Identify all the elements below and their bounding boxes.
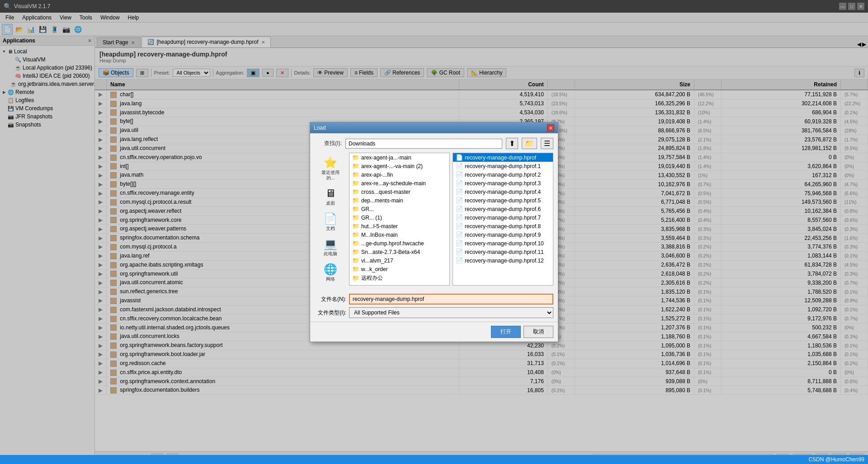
recent-icon: ⭐ <box>324 156 337 169</box>
folder-name: dep...ments-main <box>361 197 403 204</box>
file-name: recovery-manage-dump.hprof.6 <box>465 206 541 212</box>
folder-item[interactable]: 📁arex-agent-...-va-main (2) <box>349 162 449 170</box>
file-item[interactable]: 📄recovery-manage-dump.hprof.7 <box>453 213 553 222</box>
file-icon: 📄 <box>456 248 463 255</box>
file-item[interactable]: 📄recovery-manage-dump.hprof.6 <box>453 205 553 213</box>
file-name: recovery-manage-dump.hprof.12 <box>465 258 544 264</box>
quick-access-computer[interactable]: 💻 此电脑 <box>317 236 344 258</box>
file-item[interactable]: 📄recovery-manage-dump.hprof <box>453 153 553 162</box>
docs-icon: 📄 <box>324 212 337 225</box>
folder-item[interactable]: 📁w...k_order <box>349 265 449 273</box>
file-browser: ⭐ 最近使用的... 🖥 桌面 📄 文档 💻 此电脑 <box>315 153 553 286</box>
folder-name: ...ge-dump.hprof.hwcache <box>361 240 424 247</box>
status-bar: CSDN @HumoChen99 <box>0 455 868 464</box>
quick-access-docs[interactable]: 📄 文档 <box>317 211 344 233</box>
file-item[interactable]: 📄recovery-manage-dump.hprof.9 <box>453 230 553 239</box>
folder-name: GR... (1) <box>361 215 382 221</box>
folder-icon: 📁 <box>352 163 359 169</box>
folder-icon: 📁 <box>352 188 359 195</box>
file-item[interactable]: 📄recovery-manage-dump.hprof.10 <box>453 239 553 248</box>
file-item[interactable]: 📄recovery-manage-dump.hprof.5 <box>453 196 553 205</box>
file-name: recovery-manage-dump.hprof.9 <box>465 232 541 238</box>
folder-icon: 📁 <box>352 240 359 247</box>
file-item[interactable]: 📄recovery-manage-dump.hprof.12 <box>453 256 553 265</box>
file-icon: 📄 <box>456 163 463 169</box>
filetype-label: 文件类型(I): <box>315 309 346 317</box>
folder-item[interactable]: 📁cross...quest-master <box>349 187 449 196</box>
file-name: recovery-manage-dump.hprof.8 <box>465 223 541 230</box>
quick-access-recent[interactable]: ⭐ 最近使用的... <box>317 155 344 183</box>
open-button[interactable]: 打开 <box>491 326 521 338</box>
file-item[interactable]: 📄recovery-manage-dump.hprof.8 <box>453 222 553 230</box>
watermark: CSDN @HumoChen99 <box>808 456 864 463</box>
filename-input[interactable] <box>349 294 553 305</box>
folder-item[interactable]: 📁...ge-dump.hprof.hwcache <box>349 239 449 248</box>
quick-access-panel: ⭐ 最近使用的... 🖥 桌面 📄 文档 💻 此电脑 <box>315 153 346 286</box>
file-icon: 📄 <box>456 171 463 178</box>
folder-item[interactable]: 📁arex-api-...fin <box>349 170 449 179</box>
folder-item[interactable]: 📁dep...ments-main <box>349 196 449 205</box>
dialog-content: 查找(I): ⬆ 📁 ☰ ⭐ 最近使用的... 🖥 桌面 <box>310 133 558 290</box>
folder-item[interactable]: 📁GR... <box>349 205 449 213</box>
file-item[interactable]: 📄recovery-manage-dump.hprof.2 <box>453 170 553 179</box>
location-up-btn[interactable]: ⬆ <box>506 138 518 149</box>
file-name: recovery-manage-dump.hprof.11 <box>465 249 544 255</box>
folder-icon: 📁 <box>352 154 359 161</box>
file-icon: 📄 <box>456 223 463 230</box>
file-icon: 📄 <box>456 180 463 187</box>
file-name: recovery-manage-dump.hprof <box>465 155 536 161</box>
file-item[interactable]: 📄recovery-manage-dump.hprof.3 <box>453 179 553 187</box>
file-item[interactable]: 📄recovery-manage-dump.hprof.4 <box>453 187 553 196</box>
folder-name: w...k_order <box>361 266 388 272</box>
filetype-row: 文件类型(I): All Supported Files <box>315 307 553 318</box>
folder-icon: 📁 <box>352 171 359 178</box>
location-label: 查找(I): <box>315 140 342 147</box>
file-name: recovery-manage-dump.hprof.10 <box>465 240 544 247</box>
folder-item[interactable]: 📁vi...alvm_217 <box>349 256 449 265</box>
computer-label: 此电脑 <box>324 251 337 257</box>
cancel-button[interactable]: 取消 <box>524 326 553 338</box>
recent-label: 最近使用的... <box>319 170 342 181</box>
quick-access-network[interactable]: 🌐 网络 <box>317 261 344 284</box>
folder-item[interactable]: 📁Sn...aste-2.7.3-Beta-x64 <box>349 248 449 256</box>
file-item[interactable]: 📄recovery-manage-dump.hprof.1 <box>453 162 553 170</box>
folder-item[interactable]: 📁arex-agent-ja...-main <box>349 153 449 162</box>
filename-row: 文件名(N): <box>315 294 553 305</box>
folder-item[interactable]: 📁M...InBox-main <box>349 230 449 239</box>
folder-item[interactable]: 📁GR... (1) <box>349 213 449 222</box>
folder-icon: 📁 <box>352 257 359 264</box>
folder-icon: 📁 <box>352 197 359 204</box>
file-icon: 📄 <box>456 197 463 204</box>
folder-item[interactable]: 📁远程办公 <box>349 273 449 283</box>
file-icon: 📄 <box>456 206 463 212</box>
folder-icon: 📁 <box>352 206 359 212</box>
file-name: recovery-manage-dump.hprof.7 <box>465 215 541 221</box>
file-name: recovery-manage-dump.hprof.1 <box>465 163 541 169</box>
folder-name: M...InBox-main <box>361 232 398 238</box>
folder-item[interactable]: 📁arex-re...ay-schedule-main <box>349 179 449 187</box>
folder-name: 远程办公 <box>361 274 383 282</box>
filetype-select[interactable]: All Supported Files <box>349 307 553 318</box>
folder-name: cross...quest-master <box>361 189 410 195</box>
folder-name: arex-api-...fin <box>361 172 393 178</box>
location-view-btn[interactable]: ☰ <box>541 138 553 149</box>
folder-list[interactable]: 📁arex-agent-ja...-main📁arex-agent-...-va… <box>349 153 450 286</box>
dialog-close-btn[interactable]: ✕ <box>547 124 554 131</box>
file-item[interactable]: 📄recovery-manage-dump.hprof.11 <box>453 248 553 256</box>
docs-label: 文档 <box>326 226 335 231</box>
dialog-location-row: 查找(I): ⬆ 📁 ☰ <box>315 138 553 149</box>
folder-name: arex-agent-...-va-main (2) <box>361 163 423 169</box>
dialog-title-bar: Load ✕ <box>310 122 558 133</box>
filename-label: 文件名(N): <box>315 295 346 303</box>
load-dialog: Load ✕ 查找(I): ⬆ 📁 ☰ ⭐ 最近使用的... <box>310 122 558 342</box>
folder-item[interactable]: 📁hut...l-5-master <box>349 222 449 230</box>
file-name: recovery-manage-dump.hprof.5 <box>465 197 541 204</box>
file-list[interactable]: 📄recovery-manage-dump.hprof📄recovery-man… <box>453 153 553 286</box>
file-list-area: 📁arex-agent-ja...-main📁arex-agent-...-va… <box>349 153 553 286</box>
folder-icon: 📁 <box>352 180 359 187</box>
location-new-btn[interactable]: 📁 <box>522 138 537 149</box>
location-input[interactable] <box>345 139 502 149</box>
file-icon: 📄 <box>456 231 463 238</box>
quick-access-desktop[interactable]: 🖥 桌面 <box>317 185 344 208</box>
desktop-label: 桌面 <box>326 201 335 206</box>
